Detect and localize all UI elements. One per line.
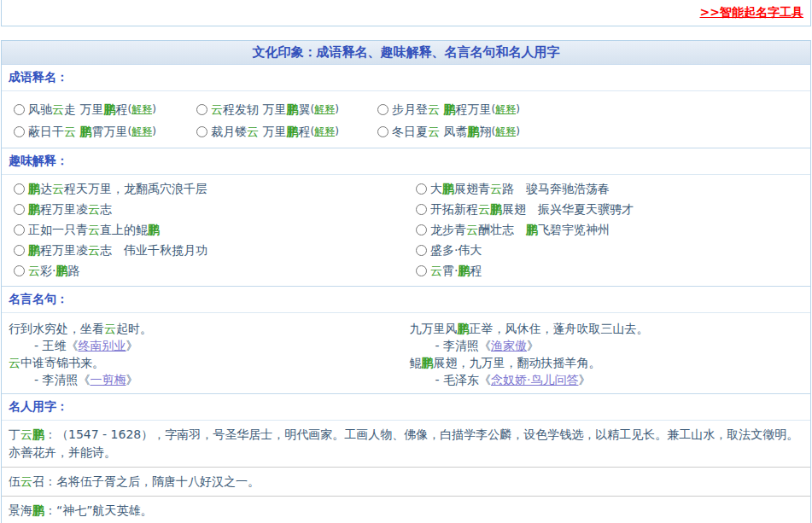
fun-option[interactable]: 大鹏展翅青云路 骏马奔驰浩荡春 [416,178,810,199]
fun-text: 云霄·鹏程 [430,260,482,281]
idiom-option-radio[interactable] [377,126,388,137]
explain-link[interactable]: 解释 [131,125,152,137]
idiom-option-radio[interactable] [14,104,25,115]
book-bracket-close: 》 [527,339,539,352]
text-segment: 霄· [442,264,458,277]
text-segment: 蔽日干 [28,125,64,138]
text-segment: 鹏 [286,102,298,116]
idiom-text: 蔽日干云 鹏霄万里 [28,122,127,141]
idiom-option-radio[interactable] [196,126,207,137]
explain-link[interactable]: 解释 [314,103,335,115]
idiom-option[interactable]: 云程发轫 万里鹏翼(解释) [196,100,377,119]
quote-line: 九万里风鹏正举，风休住，蓬舟吹取三山去。 [410,320,811,337]
fun-text: 开拓新程云鹏展翅 振兴华夏天骥骋才 [430,199,634,219]
fun-option[interactable]: 开拓新程云鹏展翅 振兴华夏天骥骋才 [416,199,810,219]
fun-option-radio[interactable] [416,224,427,235]
text-segment: 云 [490,182,502,195]
fun-option-radio[interactable] [14,204,25,215]
close-paren: ) [152,103,156,115]
idioms-label: 成语释名： [2,65,810,91]
idiom-option[interactable]: 蔽日干云 鹏霄万里(解释) [14,122,196,141]
fun-option-radio[interactable] [416,245,427,256]
fun-option[interactable]: 盛多·伟大 [416,240,810,260]
smart-naming-tool-link[interactable]: >>智能起名字工具 [700,5,803,20]
text-segment: ：“神七”航天英雄。 [44,503,153,517]
book-link[interactable]: 一剪梅 [91,373,126,386]
book-bracket-open: 《 [79,373,91,386]
idiom-text: 云程发轫 万里鹏翼 [211,100,310,119]
fun-option-radio[interactable] [416,204,427,215]
book-link[interactable]: 念奴娇·鸟儿问答 [491,373,578,386]
fun-option-radio[interactable] [14,245,25,256]
book-bracket-open: 《 [479,339,491,352]
idiom-option[interactable]: 步月登云 鹏程万里(解释) [377,100,810,119]
fun-text: 鹏程万里凌云志 伟业千秋揽月功 [28,240,207,260]
text-segment: 程万里凌 [40,243,88,257]
fun-option-radio[interactable] [416,183,427,195]
text-segment: 路 [67,264,79,277]
fun-option[interactable]: 正如一只青云直上的鲲鹏 [14,219,416,240]
explain-wrap: (解释) [127,100,155,119]
text-segment: 鹏 [79,125,91,138]
fun-option[interactable]: 龙步青云酬壮志 鹏飞碧宇览神州 [416,219,810,240]
celebrities-section: 名人用字： 丁云鹏：（1547 - 1628），字南羽，号圣华居士，明代画家。工… [2,394,810,523]
text-segment: 鹏 [526,223,538,236]
idiom-text: 步月登云 鹏程万里 [392,100,491,119]
text-segment: 达 [40,182,52,195]
fun-list-left-column: 鹏达云程天万里，龙翻禹穴浪千层鹏程万里凌云志正如一只青云直上的鲲鹏鹏程万里凌云志… [14,178,416,281]
text-segment: 志 伟业千秋揽月功 [100,243,207,257]
explain-wrap: (解释) [310,122,338,141]
idiom-option[interactable]: 风驰云走 万里鹏程(解释) [14,100,196,119]
text-segment: 风驰 [28,102,52,116]
fun-text: 正如一只青云直上的鲲鹏 [28,219,160,240]
text-segment: 凤翥 [440,125,467,138]
fun-option[interactable]: 鹏程万里凌云志 伟业千秋揽月功 [14,240,416,260]
text-segment: 鹏 [28,202,40,216]
fun-section: 趣味解释： 鹏达云程天万里，龙翻禹穴浪千层鹏程万里凌云志正如一只青云直上的鲲鹏鹏… [2,148,810,287]
close-paren: ) [335,103,339,115]
idiom-option-radio[interactable] [377,104,388,115]
celebrity-entry: 丁云鹏：（1547 - 1628），字南羽，号圣华居士，明代画家。工画人物、佛像… [2,421,810,468]
fun-option-radio[interactable] [14,183,25,195]
explain-link[interactable]: 解释 [495,103,516,115]
quote-line: 鲲鹏展翅，九万里，翻动扶摇羊角。 [410,354,811,371]
text-segment: 云 [430,264,442,277]
fun-option[interactable]: 鹏程万里凌云志 [14,199,416,219]
text-segment: 鹏 [490,202,502,216]
text-segment: 鹏 [458,322,470,335]
fun-list-right-column: 大鹏展翅青云路 骏马奔驰浩荡春开拓新程云鹏展翅 振兴华夏天骥骋才龙步青云酬壮志 … [416,178,810,281]
text-segment: 云 [9,356,20,369]
idiom-option-radio[interactable] [196,104,207,115]
fun-option[interactable]: 鹏达云程天万里，龙翻禹穴浪千层 [14,178,416,199]
quote-author: - 毛泽东 [435,373,480,386]
explain-link[interactable]: 解释 [314,125,335,137]
book-bracket-open: 《 [67,339,79,352]
fun-option-radio[interactable] [14,265,25,276]
fun-option-radio[interactable] [416,265,427,276]
quote-line: 云中谁寄锦书来。 [9,354,410,371]
fun-option[interactable]: 云霄·鹏程 [416,260,810,281]
fun-option[interactable]: 云彩·鹏路 [14,260,416,281]
idiom-option[interactable]: 裁月镂云 万里鹏程(解释) [196,122,377,141]
explain-wrap: (解释) [491,100,519,119]
text-segment: 正如一只青 [28,223,88,236]
quote-author: - 王维 [34,339,67,352]
text-segment: 鹏 [443,102,455,116]
fun-text: 鹏达云程天万里，龙翻禹穴浪千层 [28,178,207,199]
explain-link[interactable]: 解释 [495,125,516,137]
text-segment: 程 [298,125,310,138]
idiom-option-radio[interactable] [14,126,25,137]
book-link[interactable]: 渔家傲 [491,339,527,352]
text-segment: 九万里风 [410,322,458,335]
text-segment: 展翅 振兴华夏天骥骋才 [502,202,634,216]
close-paren: ) [516,103,520,115]
fun-label: 趣味解释： [2,148,810,175]
quotes-label: 名言名句： [2,287,810,313]
idiom-option[interactable]: 冬日夏云 凤翥鹏翔(解释) [377,122,810,141]
text-segment: 龙步青 [430,223,466,236]
fun-option-radio[interactable] [14,224,25,235]
idioms-section: 成语释名： 风驰云走 万里鹏程(解释)云程发轫 万里鹏翼(解释)步月登云 鹏程万… [2,65,810,148]
book-link[interactable]: 终南别业 [79,339,126,352]
text-segment: 鹏 [458,264,470,277]
explain-link[interactable]: 解释 [131,103,152,115]
